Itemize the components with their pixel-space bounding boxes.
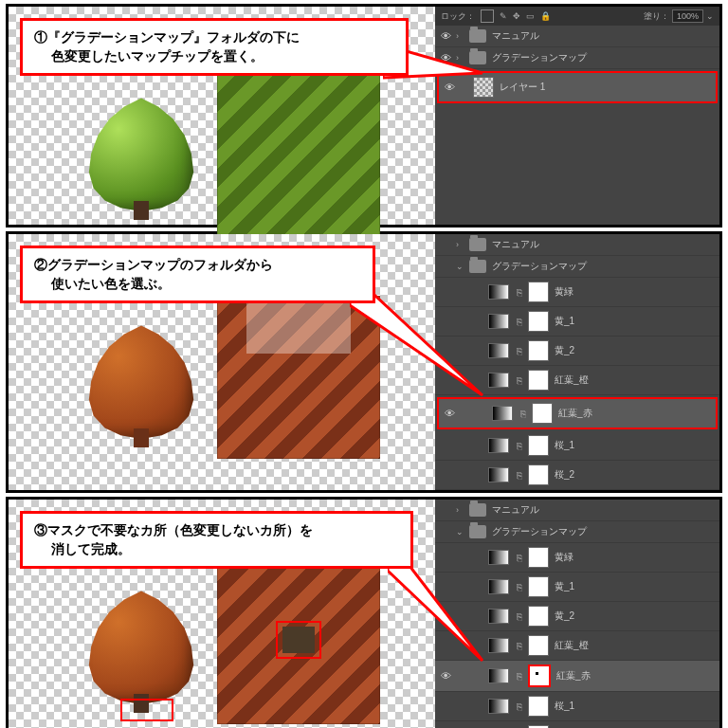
step-1: ①『グラデーションマップ』フォルダの下に 色変更したいマップチップを置く。 ロッ…: [6, 4, 722, 228]
folder-icon: [469, 525, 486, 538]
link-icon[interactable]: ⎘: [517, 409, 530, 419]
frame-icon[interactable]: ▭: [526, 11, 535, 21]
light-overlay: [246, 297, 351, 354]
gradient-thumbnail[interactable]: [488, 579, 509, 594]
move-icon[interactable]: ✥: [513, 11, 520, 21]
layers-panel-1: ロック： ✎ ✥ ▭ 🔒 塗り： 100% ⌄ 👁 › マニュアル 👁 › グラ…: [435, 7, 719, 225]
gradient-thumbnail[interactable]: [488, 638, 509, 653]
mask-thumbnail[interactable]: [528, 576, 549, 597]
layer-label: グラデーションマップ: [492, 260, 719, 273]
link-icon[interactable]: ⎘: [513, 375, 526, 386]
layer-label: 桜_2: [555, 468, 719, 482]
brush-icon[interactable]: ✎: [500, 11, 507, 21]
canvas-area-1[interactable]: ①『グラデーションマップ』フォルダの下に 色変更したいマップチップを置く。: [9, 7, 435, 225]
visibility-icon[interactable]: 👁: [435, 670, 456, 682]
link-icon[interactable]: ⎘: [513, 553, 526, 563]
link-icon[interactable]: ⎘: [513, 441, 526, 451]
mask-thumbnail[interactable]: [528, 635, 549, 656]
mask-highlight-trunk: [120, 699, 173, 721]
mask-thumbnail[interactable]: [528, 370, 549, 391]
mask-thumbnail[interactable]: [532, 403, 553, 424]
callout-3: ③マスクで不要なカ所（色変更しないカ所）を 消して完成。: [20, 511, 413, 569]
gradient-thumbnail[interactable]: [492, 406, 513, 421]
gradient-thumbnail[interactable]: [488, 609, 509, 624]
gradient-thumbnail[interactable]: [488, 668, 509, 683]
mask-thumbnail[interactable]: [528, 435, 549, 456]
gradient-thumbnail[interactable]: [488, 343, 509, 358]
link-icon[interactable]: ⎘: [513, 470, 526, 481]
lock-icon[interactable]: [481, 9, 494, 23]
visibility-icon[interactable]: 👁: [439, 408, 460, 419]
layer-label: 紅葉_橙: [555, 639, 719, 652]
layer-label: 紅葉_赤: [558, 407, 716, 420]
visibility-icon[interactable]: 👁: [435, 30, 456, 42]
layer-label: 紅葉_橙: [555, 373, 719, 387]
layer-label: マニュアル: [492, 29, 719, 43]
caret-right-icon[interactable]: ›: [456, 240, 469, 249]
layer-label: 紅葉_赤: [556, 669, 719, 682]
caret-right-icon[interactable]: ›: [456, 31, 469, 41]
gradient-thumbnail[interactable]: [488, 373, 509, 388]
red-tree-sprite: [84, 585, 198, 708]
mask-thumbnail[interactable]: [528, 311, 549, 332]
adj-layer[interactable]: ⎘桜_2: [435, 461, 719, 490]
layer-label: 黄_2: [555, 344, 719, 357]
mask-thumbnail[interactable]: [528, 547, 549, 568]
layer-label: 黄_1: [555, 580, 719, 593]
mask-thumbnail-highlighted[interactable]: [528, 664, 551, 687]
layer-label: グラデーションマップ: [492, 525, 719, 538]
link-icon[interactable]: ⎘: [513, 611, 526, 622]
caret-right-icon[interactable]: ›: [456, 505, 469, 515]
folder-icon: [469, 29, 486, 43]
canvas-area-2[interactable]: ②グラデーションマップのフォルダから 使いたい色を選ぶ。: [9, 234, 435, 490]
layer-label: 黄緑: [555, 285, 719, 299]
folder-manual[interactable]: ›マニュアル: [435, 234, 719, 256]
mask-thumbnail[interactable]: [528, 282, 549, 302]
link-icon[interactable]: ⎘: [513, 641, 526, 651]
folder-icon: [469, 238, 486, 251]
mask-thumbnail[interactable]: [528, 606, 549, 627]
gradient-thumbnail[interactable]: [488, 699, 509, 714]
folder-manual[interactable]: ›マニュアル: [435, 500, 719, 521]
layer-label: マニュアル: [492, 238, 719, 251]
green-tile-sprite: [217, 73, 380, 236]
gradient-thumbnail[interactable]: [488, 467, 509, 482]
fill-value[interactable]: 100%: [672, 9, 703, 23]
adj-layer[interactable]: ⎘桜_2: [435, 721, 719, 728]
link-icon[interactable]: ⎘: [513, 287, 526, 298]
layer-label: グラデーションマップ: [492, 51, 719, 64]
mask-thumbnail[interactable]: [528, 340, 549, 361]
layer-label: 桜_1: [555, 700, 719, 713]
link-icon[interactable]: ⎘: [513, 346, 526, 356]
step-3: ③マスクで不要なカ所（色変更しないカ所）を 消して完成。 ›マニュアル ⌄グラデ…: [6, 497, 722, 728]
callout-1: ①『グラデーションマップ』フォルダの下に 色変更したいマップチップを置く。: [20, 18, 409, 76]
mask-thumbnail[interactable]: [528, 464, 549, 485]
gradient-thumbnail[interactable]: [488, 550, 509, 565]
folder-icon: [469, 260, 486, 273]
adj-layer[interactable]: ⎘桜_1: [435, 692, 719, 721]
caret-down-icon[interactable]: ⌄: [456, 527, 469, 537]
step-2: ②グラデーションマップのフォルダから 使いたい色を選ぶ。 ›マニュアル ⌄グラデ…: [6, 231, 722, 493]
gradient-thumbnail[interactable]: [488, 314, 509, 329]
padlock-icon[interactable]: 🔒: [540, 11, 551, 21]
gradient-thumbnail[interactable]: [488, 284, 509, 300]
layer-label: 黄_2: [555, 610, 719, 623]
lock-label: ロック：: [441, 10, 475, 23]
link-icon[interactable]: ⎘: [513, 701, 526, 712]
adj-layer[interactable]: ⎘桜_1: [435, 431, 719, 461]
link-icon[interactable]: ⎘: [513, 582, 526, 592]
canvas-area-3[interactable]: ③マスクで不要なカ所（色変更しないカ所）を 消して完成。: [9, 500, 435, 728]
mask-thumbnail[interactable]: [528, 696, 549, 717]
link-icon[interactable]: ⎘: [513, 671, 526, 682]
gradient-thumbnail[interactable]: [488, 438, 509, 453]
layer-label: 黄_1: [555, 315, 719, 328]
lock-bar: ロック： ✎ ✥ ▭ 🔒 塗り： 100% ⌄: [435, 7, 719, 26]
caret-down-icon[interactable]: ⌄: [456, 262, 469, 271]
fill-label: 塗り：: [644, 10, 669, 23]
mask-highlight-tile: [276, 621, 321, 659]
layer-label: 黄緑: [555, 551, 719, 564]
red-tree-sprite: [84, 319, 198, 443]
chevron-down-icon[interactable]: ⌄: [706, 11, 714, 21]
green-tree-sprite: [84, 92, 198, 215]
link-icon[interactable]: ⎘: [513, 317, 526, 327]
